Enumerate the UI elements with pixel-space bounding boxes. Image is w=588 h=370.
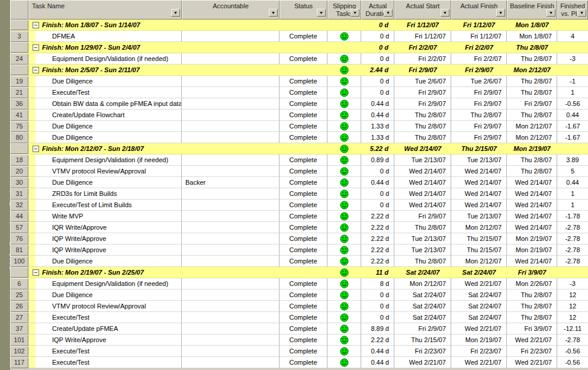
baseline-finish-cell[interactable]: Mon 2/19/07 xyxy=(507,233,557,244)
duration-cell[interactable]: 0.89 d xyxy=(361,155,394,166)
accountable-cell[interactable] xyxy=(182,76,279,87)
task-name-cell[interactable]: Obtain BW data & compile pFMEA input dat… xyxy=(28,98,182,110)
actual-start-cell[interactable]: Wed 2/14/07 xyxy=(394,143,451,154)
baseline-finish-cell[interactable]: Wed 2/14/07 xyxy=(507,256,557,267)
status-cell[interactable]: Complete xyxy=(279,200,327,211)
actual-finish-cell[interactable]: Mon 2/19/07 xyxy=(451,334,507,346)
accountable-cell[interactable] xyxy=(182,166,279,177)
row-id-cell[interactable]: 101 xyxy=(10,334,28,346)
duration-cell[interactable]: 0 d xyxy=(361,53,394,65)
baseline-finish-cell[interactable]: Mon 1/8/07 xyxy=(507,20,557,30)
slipping-cell[interactable] xyxy=(327,143,361,154)
baseline-finish-cell[interactable]: Mon 2/19/07 xyxy=(507,244,557,256)
slipping-cell[interactable] xyxy=(327,211,361,222)
finished-vs-plan-cell[interactable]: -3 xyxy=(557,53,588,65)
collapse-minus-icon[interactable]: − xyxy=(33,269,39,276)
slipping-cell[interactable] xyxy=(327,20,361,30)
row-id-cell[interactable]: 27 xyxy=(10,312,28,323)
accountable-cell[interactable] xyxy=(182,289,279,301)
task-name-cell[interactable]: Write MVP xyxy=(28,211,182,222)
actual-finish-cell[interactable]: Wed 2/14/07 xyxy=(451,188,507,200)
col-header-finished-vs-plan[interactable]: Finished vs. Plan ▼ xyxy=(557,0,588,20)
task-name-cell[interactable]: Create/Update Flowchart xyxy=(28,110,182,121)
duration-cell[interactable]: 0.44 d xyxy=(361,357,394,368)
baseline-finish-cell[interactable]: Thu 2/8/07 xyxy=(507,110,557,121)
task-name-cell[interactable]: IQP Write/Approve xyxy=(28,334,182,346)
slipping-cell[interactable] xyxy=(327,76,361,87)
status-cell[interactable]: Complete xyxy=(279,244,327,256)
duration-cell[interactable]: 2.22 d xyxy=(361,334,394,346)
actual-start-cell[interactable]: Thu 2/8/07 xyxy=(394,132,451,143)
finished-vs-plan-cell[interactable]: 12 xyxy=(557,312,588,323)
baseline-finish-cell[interactable]: Thu 2/8/07 xyxy=(507,42,557,53)
finished-vs-plan-cell[interactable]: 5 xyxy=(557,166,588,177)
slipping-cell[interactable] xyxy=(327,53,361,65)
accountable-cell[interactable] xyxy=(182,31,279,42)
finished-vs-plan-cell[interactable]: -3 xyxy=(557,278,588,289)
status-cell[interactable]: Complete xyxy=(279,278,327,289)
duration-cell[interactable]: 0.44 d xyxy=(361,98,394,110)
filter-button[interactable]: ▼ xyxy=(317,9,326,17)
finished-vs-plan-cell[interactable] xyxy=(557,42,588,53)
finished-vs-plan-cell[interactable]: 4 xyxy=(557,31,588,42)
task-name-cell[interactable]: IQR Write/Approve xyxy=(28,222,182,233)
row-id-cell[interactable] xyxy=(10,65,28,75)
slipping-cell[interactable] xyxy=(327,301,361,312)
row-id-cell[interactable]: 36 xyxy=(10,98,28,110)
actual-start-cell[interactable]: Tue 2/13/07 xyxy=(394,155,451,166)
status-cell[interactable] xyxy=(279,65,327,75)
status-cell[interactable]: Complete xyxy=(279,233,327,244)
baseline-finish-cell[interactable]: Wed 2/21/07 xyxy=(507,334,557,346)
status-cell[interactable]: Complete xyxy=(279,76,327,87)
duration-cell[interactable]: 0 d xyxy=(361,87,394,98)
row-id-cell[interactable]: 18 xyxy=(10,155,28,166)
accountable-cell[interactable] xyxy=(182,222,279,233)
row-id-cell[interactable] xyxy=(10,20,28,30)
filter-button[interactable]: ▼ xyxy=(547,9,555,17)
finished-vs-plan-cell[interactable]: -1 xyxy=(557,76,588,87)
slipping-cell[interactable] xyxy=(327,65,361,75)
actual-finish-cell[interactable]: Wed 2/21/07 xyxy=(451,357,507,368)
row-id-cell[interactable]: 102 xyxy=(10,346,28,357)
task-name-cell[interactable]: Equipment Design/Validation (if needed) xyxy=(28,53,182,65)
accountable-cell[interactable] xyxy=(182,110,279,121)
baseline-finish-cell[interactable]: Wed 2/14/07 xyxy=(507,188,557,200)
row-id-cell[interactable]: 57 xyxy=(10,222,28,233)
actual-start-cell[interactable]: Fri 1/12/07 xyxy=(394,31,451,42)
finished-vs-plan-cell[interactable]: -12.11 xyxy=(557,323,588,334)
duration-cell[interactable]: 0 d xyxy=(361,166,394,177)
actual-start-cell[interactable]: Fri 2/9/07 xyxy=(394,98,451,110)
row-id-cell[interactable]: 81 xyxy=(10,244,28,256)
slipping-cell[interactable] xyxy=(327,334,361,346)
actual-finish-cell[interactable]: Tue 2/13/07 xyxy=(451,155,507,166)
accountable-cell[interactable] xyxy=(182,267,279,278)
row-id-cell[interactable]: 30 xyxy=(10,177,28,188)
slipping-cell[interactable] xyxy=(327,42,361,53)
duration-cell[interactable]: 1.33 d xyxy=(361,132,394,143)
task-name-cell[interactable]: Due Diligence xyxy=(28,289,182,301)
actual-finish-cell[interactable]: Sat 2/24/07 xyxy=(451,289,507,301)
actual-start-cell[interactable]: Fri 1/12/07 xyxy=(394,20,451,30)
slipping-cell[interactable] xyxy=(327,278,361,289)
filter-button[interactable]: ▼ xyxy=(441,9,449,17)
duration-cell[interactable]: 0 d xyxy=(361,42,394,53)
status-cell[interactable] xyxy=(279,267,327,278)
accountable-cell[interactable] xyxy=(182,323,279,334)
slipping-cell[interactable] xyxy=(327,87,361,98)
status-cell[interactable]: Complete xyxy=(279,98,327,110)
finished-vs-plan-cell[interactable]: 12 xyxy=(557,289,588,301)
duration-cell[interactable]: 0 d xyxy=(361,20,394,30)
actual-start-cell[interactable]: Sat 2/24/07 xyxy=(394,289,451,301)
actual-start-cell[interactable]: Thu 2/8/07 xyxy=(394,110,451,121)
col-header-actual-duration[interactable]: Actual Duration ▼ xyxy=(361,0,394,20)
actual-finish-cell[interactable]: Fri 2/9/07 xyxy=(451,87,507,98)
accountable-cell[interactable] xyxy=(182,334,279,346)
finished-vs-plan-cell[interactable]: -0.56 xyxy=(557,98,588,110)
task-name-cell[interactable]: VTMV protocol Review/Approval xyxy=(28,301,182,312)
actual-start-cell[interactable]: Sat 2/24/07 xyxy=(394,267,451,278)
task-name-cell[interactable]: ZRD3s for Limit Builds xyxy=(28,188,182,200)
duration-cell[interactable]: 2.44 d xyxy=(361,65,394,75)
slipping-cell[interactable] xyxy=(327,357,361,368)
accountable-cell[interactable] xyxy=(182,312,279,323)
baseline-finish-cell[interactable]: Wed 2/14/07 xyxy=(507,211,557,222)
